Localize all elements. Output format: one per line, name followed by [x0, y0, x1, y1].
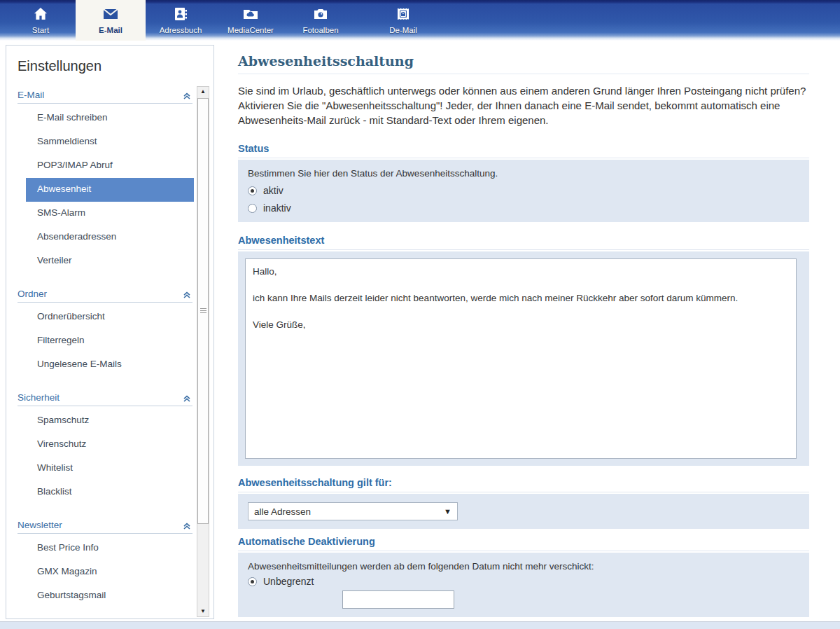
sidebar-item-filterregeln[interactable]: Filterregeln	[26, 329, 192, 353]
intro-text: Sie sind im Urlaub, geschäftlich unterwe…	[238, 83, 823, 127]
applies-to-select[interactable]: alle Adressen ▼	[248, 502, 458, 520]
chevron-down-icon: ▼	[444, 507, 451, 516]
radio-unbegrenzt[interactable]: Unbegrenzt	[248, 576, 799, 587]
tab-label: MediaCenter	[227, 26, 274, 34]
sidebar-section-sicherheit: Sicherheit Spamschutz Virenschutz Whitel…	[18, 392, 192, 504]
sidebar-item-whitelist[interactable]: Whitelist	[26, 457, 192, 481]
status-heading: Status	[238, 143, 809, 158]
tab-adressbuch[interactable]: Adressbuch	[146, 0, 216, 41]
radio-unselected-icon	[248, 204, 257, 213]
scroll-down-icon[interactable]: ▼	[197, 607, 209, 616]
stamp-icon	[393, 5, 413, 23]
tab-label: Start	[32, 26, 49, 34]
addressbook-icon	[171, 5, 190, 23]
deactivation-date-input[interactable]	[342, 590, 454, 609]
absence-text-input[interactable]: Hallo, ich kann Ihre Mails derzeit leide…	[245, 258, 797, 459]
sidebar-title: Einstellungen	[18, 58, 214, 74]
chevron-double-up-icon[interactable]	[183, 92, 192, 100]
radio-inaktiv[interactable]: inaktiv	[248, 202, 799, 214]
absence-text-panel: Hallo, ich kann Ihre Mails derzeit leide…	[238, 251, 809, 466]
settings-sidebar: Einstellungen E-Mail E-Mail schreiben Sa…	[6, 45, 214, 619]
sidebar-item-ungelesene-emails[interactable]: Ungelesene E-Mails	[26, 353, 192, 377]
section-label: E-Mail	[18, 90, 44, 100]
footer-strip	[0, 621, 840, 629]
sidebar-section-newsletter: Newsletter Best Price Info GMX Magazin G…	[18, 520, 192, 608]
sidebar-item-best-price-info[interactable]: Best Price Info	[26, 537, 192, 560]
applies-to-heading: Abwesenheitsschaltung gilt für:	[238, 477, 809, 492]
tab-label: Fotoalben	[302, 26, 338, 34]
auto-deactivation-heading: Automatische Deaktivierung	[238, 536, 809, 551]
tab-mediacenter[interactable]: MediaCenter	[216, 0, 286, 41]
scrollbar-grip	[200, 308, 206, 314]
status-description: Bestimmen Sie hier den Status der Abwese…	[248, 168, 799, 179]
tab-start[interactable]: Start	[6, 0, 76, 41]
top-navigation: Start E-Mail Adressbuch	[0, 0, 840, 41]
tab-demail[interactable]: De-Mail	[368, 0, 438, 41]
status-panel: Bestimmen Sie hier den Status der Abwese…	[238, 160, 809, 222]
select-value: alle Adressen	[254, 506, 311, 517]
sidebar-item-pop3-imap-abruf[interactable]: POP3/IMAP Abruf	[26, 154, 192, 178]
absence-text-heading: Abwesenheitstext	[238, 235, 809, 250]
sidebar-item-spamschutz[interactable]: Spamschutz	[26, 409, 192, 433]
chevron-double-up-icon[interactable]	[183, 522, 192, 530]
radio-label: inaktiv	[263, 202, 291, 214]
radio-selected-icon	[248, 186, 257, 195]
sidebar-item-sammeldienst[interactable]: Sammeldienst	[26, 130, 192, 154]
chevron-double-up-icon[interactable]	[183, 394, 192, 403]
tab-email[interactable]: E-Mail	[76, 0, 146, 41]
sidebar-item-ordneruebersicht[interactable]: Ordnerübersicht	[26, 305, 192, 329]
tab-label: E-Mail	[99, 26, 122, 34]
sidebar-item-virenschutz[interactable]: Virenschutz	[26, 433, 192, 457]
sidebar-item-geburtstagsmail[interactable]: Geburtstagsmail	[26, 584, 192, 608]
main-content: Abwesenheitsschaltung Sie sind im Urlaub…	[238, 53, 809, 617]
radio-label: aktiv	[263, 185, 284, 196]
tab-fotoalben[interactable]: Fotoalben	[286, 0, 356, 41]
sidebar-section-ordner: Ordner Ordnerübersicht Filterregeln Unge…	[18, 289, 192, 377]
section-label: Sicherheit	[18, 392, 59, 403]
mediacenter-icon	[241, 5, 260, 23]
sidebar-item-email-schreiben[interactable]: E-Mail schreiben	[26, 106, 192, 130]
sidebar-section-email: E-Mail E-Mail schreiben Sammeldienst POP…	[18, 90, 192, 273]
auto-deactivation-panel: Abwesenheitsmitteilungen werden ab dem f…	[238, 553, 809, 617]
auto-deactivation-description: Abwesenheitsmitteilungen werden ab dem f…	[248, 561, 799, 572]
page-title: Abwesenheitsschaltung	[238, 53, 809, 74]
sidebar-item-sms-alarm[interactable]: SMS-Alarm	[26, 202, 192, 226]
sidebar-item-abwesenheit[interactable]: Abwesenheit	[26, 178, 194, 202]
mail-icon	[101, 5, 120, 23]
tab-label: Adressbuch	[160, 26, 202, 34]
applies-to-panel: alle Adressen ▼	[238, 494, 809, 529]
radio-label: Unbegrenzt	[263, 576, 314, 587]
chevron-double-up-icon[interactable]	[183, 291, 192, 299]
scroll-up-icon[interactable]: ▲	[197, 87, 209, 97]
camera-icon	[311, 5, 330, 23]
tab-label: De-Mail	[389, 26, 417, 34]
sidebar-item-gmx-magazin[interactable]: GMX Magazin	[26, 560, 192, 584]
sidebar-item-absenderadressen[interactable]: Absenderadressen	[26, 226, 192, 249]
sidebar-item-verteiler[interactable]: Verteiler	[26, 249, 192, 273]
sidebar-scrollbar[interactable]: ▲ ▼	[197, 86, 209, 617]
radio-selected-icon	[248, 577, 257, 586]
section-label: Newsletter	[18, 520, 62, 530]
home-icon	[31, 5, 50, 23]
scrollbar-thumb[interactable]	[197, 98, 209, 524]
radio-aktiv[interactable]: aktiv	[248, 185, 799, 196]
sidebar-item-blacklist[interactable]: Blacklist	[26, 481, 192, 504]
section-label: Ordner	[18, 289, 47, 299]
